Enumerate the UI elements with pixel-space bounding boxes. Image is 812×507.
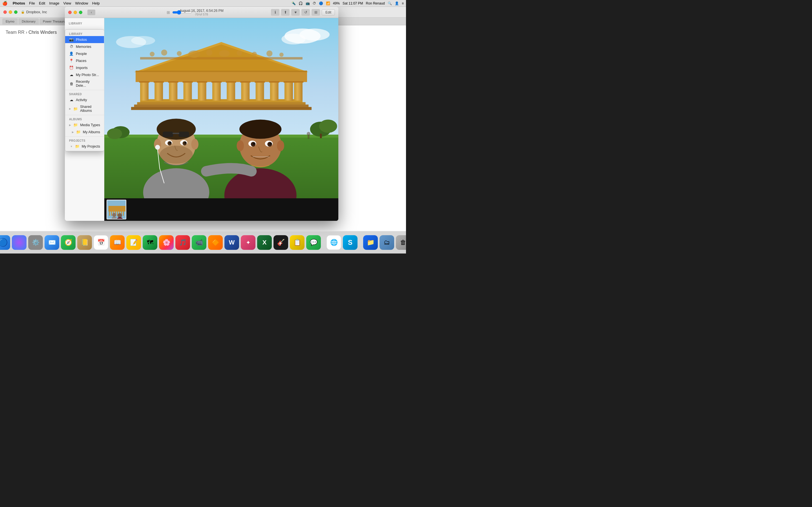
app-menu-photos[interactable]: Photos	[13, 1, 25, 5]
dock-messages[interactable]: 💬	[306, 235, 321, 250]
menu-image[interactable]: Image	[49, 1, 59, 5]
places-popup-icon: 📍	[69, 59, 73, 63]
favorite-button[interactable]: ♥	[291, 9, 300, 16]
bg-minimize-button[interactable]	[9, 10, 12, 14]
photos-traffic-lights	[68, 11, 82, 14]
media-types-expand-icon: ▶	[69, 124, 71, 126]
svg-rect-33	[211, 81, 221, 82]
menubar-icon-headphones: 🎧	[299, 1, 303, 5]
photos-sidebar: Library Library 📷 Photos ⏱ Memories 👤 Pe…	[65, 18, 104, 221]
dock-chrome[interactable]: 🌐	[326, 235, 341, 250]
dock-mail[interactable]: ✉️	[45, 235, 59, 250]
photo-strip	[104, 198, 338, 221]
svg-point-43	[177, 51, 182, 56]
menubar-list-icon[interactable]: ≡	[402, 1, 404, 5]
dock-garageband[interactable]: 🎸	[273, 235, 288, 250]
photos-minimize-button[interactable]	[73, 11, 77, 14]
svg-point-77	[237, 140, 244, 151]
svg-point-50	[280, 53, 284, 57]
info-button[interactable]: ℹ	[271, 9, 280, 16]
popup-item-people[interactable]: 👤 People	[65, 50, 104, 57]
rotate-button[interactable]: ↺	[301, 9, 310, 16]
share-button[interactable]: ⬆	[281, 9, 290, 16]
popup-item-imports[interactable]: ⏰ Imports	[65, 64, 104, 71]
crop-button[interactable]: ⊞	[312, 9, 320, 16]
svg-point-84	[269, 143, 271, 145]
photos-back-button[interactable]: ‹	[87, 10, 95, 15]
popup-item-activity[interactable]: ☁ Activity	[65, 96, 104, 103]
svg-rect-38	[284, 81, 294, 82]
tab-etymo[interactable]: Etymo	[2, 18, 18, 24]
popup-item-memories[interactable]: ⏱ Memories	[65, 43, 104, 50]
dock-contacts[interactable]: 📒	[77, 235, 92, 250]
svg-rect-53	[320, 134, 322, 138]
dock-facetime[interactable]: 📹	[192, 235, 206, 250]
menu-help[interactable]: Help	[92, 1, 100, 5]
photos-close-button[interactable]	[68, 11, 71, 14]
bg-maximize-button[interactable]	[14, 10, 17, 14]
svg-rect-39	[293, 81, 303, 82]
people-popup-icon: 👤	[69, 52, 73, 56]
popup-item-my-albums[interactable]: ▶ 📁 My Albums	[65, 128, 104, 135]
svg-point-72	[155, 145, 160, 150]
media-types-popup-icon: 📁	[73, 123, 78, 127]
svg-point-3	[282, 34, 305, 44]
dock-photos[interactable]: 🌸	[159, 235, 174, 250]
shared-albums-popup-icon: 📁	[73, 107, 78, 111]
menu-file[interactable]: File	[29, 1, 35, 5]
popup-item-places[interactable]: 📍 Places	[65, 57, 104, 64]
apple-menu[interactable]: 🍎	[2, 1, 8, 6]
popup-item-media-types[interactable]: ▶ 📁 Media Types	[65, 121, 104, 128]
popup-item-recently-deleted[interactable]: 🗑 Recently Dele...	[65, 78, 104, 89]
menubar-search[interactable]: 🔍	[388, 1, 392, 5]
popup-item-photos[interactable]: 📷 Photos	[65, 36, 104, 43]
dock-skype[interactable]: S	[343, 235, 357, 250]
tab-dictionary[interactable]: Dictionary	[18, 18, 39, 24]
svg-point-52	[319, 120, 337, 133]
svg-point-66	[169, 142, 171, 144]
photos-window: ‹ ⊞ ⬜ August 16, 2017, 6:54:26 PM 73 of …	[65, 7, 338, 221]
bg-close-button[interactable]	[3, 10, 7, 14]
photos-toolbar-right: ℹ ⬆ ♥ ↺ ⊞ Edit	[271, 9, 335, 16]
dock-word[interactable]: W	[224, 235, 239, 250]
dock-dictionary[interactable]: 📖	[110, 235, 124, 250]
menubar-left: 🍎 Photos File Edit Image View Window Hel…	[2, 1, 100, 6]
dock-files[interactable]: 📁	[363, 235, 378, 250]
menu-view[interactable]: View	[63, 1, 71, 5]
my-albums-expand-icon: ▶	[72, 131, 74, 133]
popup-item-my-projects[interactable]: ▼ 📁 My Projects	[65, 143, 104, 150]
dock-notes[interactable]: 📝	[126, 235, 141, 250]
dock-trash[interactable]: 🗑	[396, 235, 406, 250]
dock-finder[interactable]: 🔵	[0, 235, 10, 250]
dock-safari[interactable]: 🧭	[61, 235, 75, 250]
dock-music[interactable]: 🎵	[175, 235, 190, 250]
popup-item-my-photo-stream[interactable]: ☁ My Photo Str...	[65, 71, 104, 78]
svg-point-45	[206, 50, 212, 55]
photo-date: August 16, 2017, 6:54:26 PM	[180, 9, 223, 13]
thumb-svg	[107, 200, 126, 219]
menubar-user-icon[interactable]: 👤	[395, 1, 399, 5]
photo-thumb-selected[interactable]	[107, 200, 126, 219]
trash-popup-icon: 🗑	[69, 82, 73, 86]
dock-vlc[interactable]: 🔶	[208, 235, 223, 250]
menubar-icon-wifi: 📶	[326, 1, 330, 5]
breadcrumb-parent[interactable]: Team RR	[6, 30, 24, 35]
svg-point-99	[117, 213, 122, 218]
dock-finder2[interactable]: 🗂	[379, 235, 394, 250]
menu-edit[interactable]: Edit	[39, 1, 45, 5]
dock-vectorize[interactable]: ✦	[241, 235, 255, 250]
dock-maps[interactable]: 🗺	[143, 235, 157, 250]
menu-window[interactable]: Window	[75, 1, 88, 5]
dock-excel[interactable]: X	[257, 235, 272, 250]
svg-point-41	[150, 52, 154, 56]
main-photo-svg	[104, 18, 338, 198]
dock-system-prefs[interactable]: ⚙️	[28, 235, 43, 250]
dock-siri[interactable]	[12, 235, 27, 250]
photos-main: Library Library 📷 Photos ⏱ Memories 👤 Pe…	[65, 18, 338, 221]
photos-maximize-button[interactable]	[79, 11, 82, 14]
dock-calendar[interactable]: 📅	[94, 235, 108, 250]
edit-button[interactable]: Edit	[322, 9, 335, 15]
popup-item-shared-albums[interactable]: ▶ 📁 Shared Albums	[65, 103, 104, 114]
dock-stickies[interactable]: 📋	[290, 235, 305, 250]
svg-point-71	[160, 146, 193, 164]
